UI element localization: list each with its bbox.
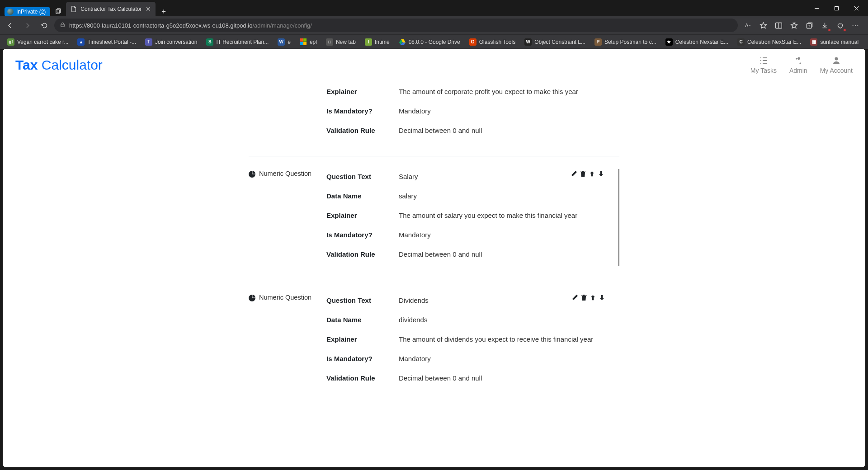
refresh-button[interactable] bbox=[37, 18, 52, 33]
bookmark-label: New tab bbox=[336, 39, 356, 45]
favicon-icon: T bbox=[145, 38, 152, 46]
favicon-icon: ▲ bbox=[77, 38, 85, 46]
bookmark-item[interactable]: ▲Timesheet Portal -... bbox=[74, 37, 140, 47]
read-aloud-icon[interactable]: A» bbox=[741, 18, 755, 33]
page-icon bbox=[71, 6, 77, 12]
favicon-icon: W bbox=[278, 38, 285, 46]
tab-title: Contractor Tax Calculator bbox=[80, 6, 142, 12]
bookmark-item[interactable]: ★Celestron Nexstar E... bbox=[662, 37, 732, 47]
split-screen-icon[interactable] bbox=[771, 18, 786, 33]
favicon-icon: G bbox=[469, 38, 476, 46]
bookmark-label: Join conversation bbox=[155, 39, 197, 45]
window-titlebar: InPrivate (2) Contractor Tax Calculator … bbox=[0, 0, 868, 16]
favicon-icon: C bbox=[737, 38, 745, 46]
bookmark-item[interactable]: 08.0.0 - Google Drive bbox=[395, 37, 464, 47]
bookmark-label: IT Recruitment Plan... bbox=[216, 39, 269, 45]
browser-tab[interactable]: Contractor Tax Calculator ✕ bbox=[66, 2, 155, 16]
new-tab-button[interactable]: ＋ bbox=[156, 7, 172, 16]
favorites-list-icon[interactable] bbox=[787, 18, 801, 33]
maximize-button[interactable] bbox=[826, 1, 846, 15]
favicon-icon bbox=[300, 38, 307, 46]
favicon-icon: □ bbox=[326, 38, 333, 46]
menu-icon[interactable]: ⋯ bbox=[848, 18, 863, 33]
bookmark-item[interactable]: We bbox=[274, 37, 294, 47]
favicon-icon: I bbox=[365, 38, 372, 46]
favicon-icon: P bbox=[594, 38, 602, 46]
bookmark-label: epl bbox=[310, 39, 317, 45]
svg-rect-2 bbox=[835, 6, 838, 10]
forward-button[interactable] bbox=[20, 18, 34, 33]
favicon-icon bbox=[399, 38, 406, 46]
collections-icon[interactable] bbox=[802, 18, 816, 33]
browser-navbar: https://8000-laura10101-contractorta-g5o… bbox=[0, 16, 868, 34]
back-button[interactable] bbox=[3, 18, 17, 33]
bookmark-item[interactable]: ▦sunface manual bbox=[807, 37, 862, 47]
svg-rect-3 bbox=[61, 24, 64, 27]
bookmarks-overflow-icon[interactable] bbox=[864, 38, 868, 46]
bookmark-item[interactable]: CCelestron NexStar E... bbox=[734, 37, 805, 47]
bookmark-item[interactable]: WObject Constraint L... bbox=[521, 37, 589, 47]
bookmark-label: sunface manual bbox=[820, 39, 859, 45]
bookmark-item[interactable]: gfVegan carrot cake r... bbox=[4, 37, 72, 47]
bookmark-label: Vegan carrot cake r... bbox=[17, 39, 68, 45]
bookmark-item[interactable]: GGlassfish Tools bbox=[466, 37, 519, 47]
bookmark-label: Setup Postman to c... bbox=[604, 39, 656, 45]
address-bar[interactable]: https://8000-laura10101-contractorta-g5o… bbox=[54, 19, 738, 32]
bookmark-label: Celestron Nexstar E... bbox=[675, 39, 728, 45]
favicon-icon: gf bbox=[7, 38, 14, 46]
inprivate-label: InPrivate (2) bbox=[16, 9, 46, 15]
bookmark-item[interactable]: PSetup Postman to c... bbox=[591, 37, 660, 47]
close-tab-icon[interactable]: ✕ bbox=[146, 5, 151, 13]
favicon-icon: ★ bbox=[665, 38, 673, 46]
lock-icon bbox=[60, 22, 66, 29]
extensions-icon[interactable] bbox=[833, 18, 847, 33]
bookmark-item[interactable]: epl bbox=[296, 37, 321, 47]
bookmark-label: Timesheet Portal -... bbox=[87, 39, 136, 45]
window-controls bbox=[807, 1, 866, 15]
favicon-icon: ▦ bbox=[810, 38, 817, 46]
bookmark-item[interactable]: TJoin conversation bbox=[142, 37, 201, 47]
bookmark-label: Glassfish Tools bbox=[479, 39, 515, 45]
navbar-right-icons: A» ⋯ bbox=[741, 18, 865, 33]
downloads-icon[interactable] bbox=[817, 18, 832, 33]
favicon-icon: S bbox=[206, 38, 213, 46]
inprivate-badge[interactable]: InPrivate (2) bbox=[5, 7, 50, 16]
minimize-button[interactable] bbox=[807, 1, 826, 15]
bookmark-label: Object Constraint L... bbox=[534, 39, 585, 45]
url-text: https://8000-laura10101-contractorta-g5o… bbox=[69, 22, 312, 29]
favorite-icon[interactable] bbox=[756, 18, 770, 33]
bookmark-label: Intime bbox=[375, 39, 390, 45]
bookmark-label: 08.0.0 - Google Drive bbox=[409, 39, 460, 45]
bookmarks-bar: gfVegan carrot cake r...▲Timesheet Porta… bbox=[0, 34, 868, 49]
bookmark-item[interactable]: IIntime bbox=[361, 37, 393, 47]
bookmark-label: e bbox=[288, 39, 291, 45]
bookmark-item[interactable]: □New tab bbox=[322, 37, 359, 47]
bookmark-label: Celestron NexStar E... bbox=[747, 39, 801, 45]
bookmark-item[interactable]: SIT Recruitment Plan... bbox=[203, 37, 272, 47]
profile-avatar-icon bbox=[7, 9, 14, 15]
tab-strip: InPrivate (2) Contractor Tax Calculator … bbox=[2, 0, 807, 16]
tab-actions-icon[interactable] bbox=[55, 8, 61, 16]
close-window-button[interactable] bbox=[846, 1, 866, 15]
favicon-icon: W bbox=[524, 38, 532, 46]
